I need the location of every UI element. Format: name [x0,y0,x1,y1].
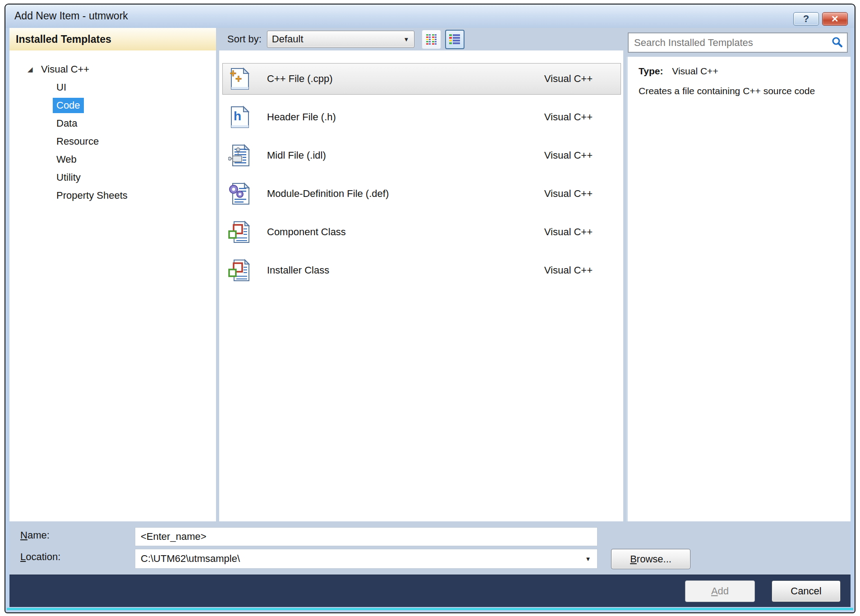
template-item-midl-file[interactable]: Midl File (.idl) Visual C++ [222,140,621,171]
view-mode-buttons [422,30,464,49]
svg-text:+: + [235,73,242,85]
tree-item-ui[interactable]: UI [9,78,216,96]
template-name: Midl File (.idl) [267,150,544,161]
help-button[interactable]: ? [793,12,819,26]
tree-root-label: Visual C++ [41,64,89,75]
close-button[interactable]: ✕ [822,12,848,26]
header-file-icon: h [228,105,251,129]
name-location-area: Name: Location: C:\UTM62\utmsample\ ▼ Br… [9,521,851,575]
location-label: Location: [20,551,60,563]
template-type-line: Type: Visual C++ [639,66,846,77]
medium-icons-view-button[interactable] [445,30,464,49]
add-button[interactable]: Add [685,580,755,602]
caption-buttons: ? ✕ [793,12,848,26]
installer-class-icon [228,259,251,282]
name-label: Name: [20,529,50,541]
template-item-component-class[interactable]: Component Class Visual C++ [222,216,621,248]
sort-by-label: Sort by: [227,33,262,45]
close-icon: ✕ [831,14,839,24]
panel-divider [623,28,626,521]
titlebar[interactable]: Add New Item - utmwork ? ✕ [5,5,855,28]
template-description-panel: Type: Visual C++ Creates a file containi… [626,57,851,521]
tree-item-web[interactable]: Web [9,151,216,169]
small-icons-view-button[interactable] [422,30,441,49]
location-value: C:\UTM62\utmsample\ [135,553,579,565]
window-bottom-accent [7,608,853,610]
tree-node-visual-cpp[interactable]: ◢ Visual C++ [9,60,216,78]
medium-icons-view-icon [448,33,461,46]
cancel-button-label: Cancel [791,585,821,597]
template-name: Module-Definition File (.def) [267,188,544,200]
installed-templates-panel: Installed Templates ◢ Visual C++ UI Code… [9,28,216,521]
browse-button-label: Browse... [630,553,671,565]
template-type: Visual C++ [544,188,593,200]
tree-item-code[interactable]: Code [9,96,216,114]
template-item-installer-class[interactable]: Installer Class Visual C++ [222,255,621,286]
cpp-file-icon: + + [228,67,251,91]
chevron-down-icon: ▼ [399,36,414,43]
cancel-button[interactable]: Cancel [772,580,841,602]
tree-item-resource[interactable]: Resource [9,132,216,151]
template-item-module-definition-file[interactable]: Module-Definition File (.def) Visual C++ [222,178,621,210]
dialog-title: Add New Item - utmwork [14,10,128,22]
name-input[interactable] [135,527,598,546]
chevron-down-icon: ▼ [579,556,597,562]
template-type: Visual C++ [544,111,593,123]
template-name: Component Class [267,226,544,238]
panel-divider [216,28,219,521]
template-list: + + C++ File (.cpp) Visual C++ h [219,50,623,521]
search-box[interactable] [628,32,848,53]
dialog-content: Installed Templates ◢ Visual C++ UI Code… [9,28,851,607]
search-row [626,28,851,57]
template-name: C++ File (.cpp) [267,73,544,85]
tree-item-utility[interactable]: Utility [9,169,216,187]
template-type: Visual C++ [544,73,593,85]
midl-file-icon [228,144,251,167]
sort-dropdown[interactable]: Default ▼ [267,31,414,48]
template-type: Visual C++ [544,226,593,238]
help-icon: ? [803,13,809,25]
sort-dropdown-value: Default [267,33,399,45]
small-icons-view-icon [425,33,437,46]
template-type: Visual C++ [544,265,593,276]
type-value: Visual C++ [672,66,718,76]
templates-tree: ◢ Visual C++ UI Code Data Resource Web U… [9,50,216,521]
component-class-icon [228,220,251,244]
template-type: Visual C++ [544,150,593,161]
browse-button[interactable]: Browse... [611,549,690,569]
footer-bar: Add Cancel [9,575,851,607]
tree-item-data[interactable]: Data [9,114,216,132]
template-name: Header File (.h) [267,111,544,123]
template-item-header-file[interactable]: h Header File (.h) Visual C++ [222,101,621,133]
sort-toolbar: Sort by: Default ▼ [219,28,623,50]
template-list-panel: Sort by: Default ▼ [219,28,623,521]
tree-expanded-icon[interactable]: ◢ [28,65,37,73]
type-label: Type: [639,66,663,76]
svg-text:h: h [234,109,241,123]
panels: Installed Templates ◢ Visual C++ UI Code… [9,28,851,521]
search-input[interactable] [629,37,827,49]
template-item-cpp-file[interactable]: + + C++ File (.cpp) Visual C++ [222,63,621,95]
tree-item-property-sheets[interactable]: Property Sheets [9,187,216,205]
installed-templates-header: Installed Templates [9,28,216,50]
details-panel: Type: Visual C++ Creates a file containi… [626,28,851,521]
add-new-item-dialog: Add New Item - utmwork ? ✕ Installed Tem… [5,4,855,613]
module-definition-file-icon [228,182,251,205]
template-name: Installer Class [267,265,544,276]
search-icon[interactable] [827,36,847,50]
add-button-label: Add [711,585,729,597]
location-combobox[interactable]: C:\UTM62\utmsample\ ▼ [135,549,598,569]
template-description: Creates a file containing C++ source cod… [639,86,846,96]
